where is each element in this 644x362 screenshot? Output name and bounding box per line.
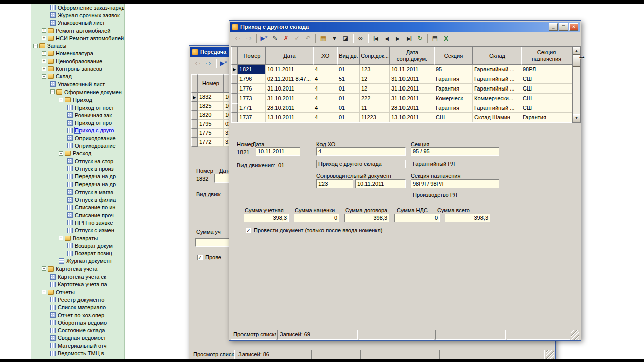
expand-toggle-icon[interactable]: + (42, 67, 46, 71)
table-row[interactable]: 177128.10.20114011128.10.2011ГарантияГар… (231, 103, 572, 113)
tree-item[interactable]: Списание по ин (31, 204, 124, 211)
nav-forward-icon[interactable]: ⇨ (203, 58, 214, 69)
tree-item[interactable]: −Оформление докумен (31, 88, 124, 96)
insert-record-icon[interactable]: ▶* (218, 58, 229, 69)
tree-item[interactable]: Отпуск на стор (31, 157, 124, 165)
table-cell[interactable]: 4 (313, 65, 337, 74)
expand-toggle-icon[interactable]: − (42, 290, 46, 294)
tree-item[interactable]: Список материало (31, 304, 124, 311)
column-header[interactable]: Вид дв. (337, 47, 360, 65)
table-cell[interactable]: 4 (313, 84, 337, 94)
expand-toggle-icon[interactable]: − (59, 236, 63, 240)
tree-item[interactable]: +Ценообразование (31, 57, 124, 65)
tree-item[interactable]: Передача на др (31, 173, 124, 180)
expand-toggle-icon[interactable]: − (59, 98, 63, 102)
sekciya-nazn-field[interactable]: 98РЛ / 98РЛ (411, 179, 499, 188)
table-cell[interactable]: 1795 (198, 120, 224, 129)
tree-item[interactable]: +Контроль запасов (31, 65, 124, 72)
checkbox-checked-icon[interactable]: ✓ (197, 255, 203, 260)
first-record-icon[interactable]: |◀ (370, 33, 381, 44)
tree-item[interactable]: Отчет по хоз.опер (31, 311, 124, 319)
tree-item[interactable]: Отпуск в филиа (31, 196, 124, 203)
table-cell[interactable]: 1820 (198, 111, 224, 120)
resize-grip[interactable] (546, 350, 554, 360)
table-cell[interactable]: 01 (337, 84, 360, 94)
minimize-button[interactable]: _ (549, 23, 558, 31)
column-header[interactable]: Номер (238, 47, 266, 65)
print-icon[interactable]: ▤ (430, 33, 440, 44)
summa-uchetnaya-field[interactable]: 398,3 (244, 214, 289, 222)
table-cell[interactable]: 1772 (198, 138, 224, 147)
table-cell[interactable]: Гарантийный ... (473, 84, 521, 94)
column-header[interactable]: Дата (266, 47, 313, 65)
tree-item[interactable]: Передача на др (31, 180, 124, 188)
tree-item[interactable]: Оформление заказ-наряд (31, 4, 124, 11)
tree-item[interactable]: −Отчеты (31, 288, 124, 296)
scroll-down-icon[interactable]: ▼ (573, 114, 580, 122)
table-cell[interactable]: 51 (337, 74, 360, 84)
column-header[interactable]: Склад (473, 47, 521, 65)
summa-vsego-field[interactable]: 398,3 (445, 214, 490, 222)
table-cell[interactable]: Коммерчески... (473, 94, 521, 103)
tree-item[interactable]: ПРН по заявке (31, 219, 124, 226)
tree-item[interactable]: Отпуск в произ (31, 165, 124, 172)
table-row[interactable]: ▶182110.11.201140112310.11.201195Гаранти… (231, 65, 572, 74)
table-cell[interactable]: СШ (521, 103, 572, 113)
expand-toggle-icon[interactable]: − (33, 44, 38, 48)
table-cell[interactable]: 28.10.2011 (266, 103, 313, 113)
delete-record-icon[interactable]: ✗ (281, 33, 291, 44)
maximize-button[interactable]: □ (559, 23, 568, 31)
tree-item[interactable]: −Возвраты (31, 234, 124, 242)
tree-item[interactable]: Списание проч (31, 211, 124, 219)
table-cell[interactable]: 98РЛ (521, 65, 572, 74)
front-titlebar[interactable]: Приход с другого склада _ □ × (230, 22, 580, 32)
tree-item[interactable]: Розничная зак (31, 111, 124, 119)
table-cell[interactable]: 28.10.2011 (390, 103, 434, 113)
tree-item[interactable]: Картотека учета ск (31, 273, 124, 280)
expand-toggle-icon[interactable]: + (42, 36, 46, 40)
tree-item[interactable]: Материальный отч (31, 342, 124, 349)
table-cell[interactable]: 1773 (238, 94, 266, 103)
table-row[interactable]: 177331.10.201140122231.10.2011КомерческК… (231, 94, 572, 103)
tree-item[interactable]: Журнал срочных заявок (31, 11, 124, 19)
column-header[interactable]: Секция назначения (521, 47, 572, 65)
filter-edit-icon[interactable]: ▼ (329, 33, 340, 44)
table-cell[interactable]: 1821 (238, 65, 266, 74)
tree-item[interactable]: Отпуск в магаз (31, 188, 124, 196)
prev-record-icon[interactable]: ◀ (381, 33, 392, 44)
summa-dogovora-field[interactable]: 398,3 (344, 214, 389, 222)
table-cell[interactable]: 31.10.2011 (266, 84, 313, 94)
table-row[interactable]: 173713.10.20114011122313.10.2011СШСклад … (231, 113, 572, 122)
table-cell[interactable]: СШ (521, 84, 572, 94)
table-cell[interactable]: 13.10.2011 (266, 113, 313, 122)
find-icon[interactable]: ∞ (355, 33, 366, 44)
expand-toggle-icon[interactable]: − (42, 266, 46, 271)
summa-nds-field[interactable]: 0 (394, 214, 440, 222)
table-cell[interactable]: 01 (337, 103, 360, 113)
filter-clear-icon[interactable]: ◪ (340, 33, 351, 44)
tree-item[interactable]: Приход от про (31, 119, 124, 126)
soprovod-num-field[interactable]: 123 (316, 179, 353, 188)
table-row[interactable]: 177631.10.20114011231.10.2011ГарантияГар… (231, 84, 572, 94)
column-header[interactable]: Секция (434, 47, 473, 65)
table-cell[interactable]: 4 (313, 103, 337, 113)
provesti-checkbox-row[interactable]: ✓ Провести документ (только после ввода … (246, 227, 382, 233)
table-cell[interactable]: 01 (337, 113, 360, 122)
column-header[interactable]: ХО (313, 47, 337, 65)
next-record-icon[interactable]: ▶ (392, 33, 403, 44)
resize-grip[interactable] (571, 330, 579, 340)
tree-item[interactable]: Оборотная ведомо (31, 319, 124, 326)
provesti-checkbox-row[interactable]: ✓ Прове (197, 254, 221, 260)
table-row[interactable]: 179602.11.2011 8:47...4511231.10.2011Гар… (231, 74, 572, 84)
tree-item[interactable]: −Расход (31, 150, 124, 157)
table-cell[interactable]: 31.10.2011 (390, 74, 434, 84)
expand-toggle-icon[interactable]: − (42, 74, 46, 79)
summa-nacenki-field[interactable]: 0 (294, 214, 339, 222)
table-cell[interactable]: Гарантия (434, 74, 473, 84)
table-cell[interactable]: Комерческ (434, 94, 473, 103)
table-cell[interactable]: Гарантийный ... (473, 74, 521, 84)
table-cell[interactable]: 4 (313, 74, 337, 84)
tree-item[interactable]: +Номенклатура (31, 50, 124, 57)
filter-table-icon[interactable]: ▦ (318, 33, 329, 44)
tree-item[interactable]: Отпуск с измен (31, 227, 124, 234)
